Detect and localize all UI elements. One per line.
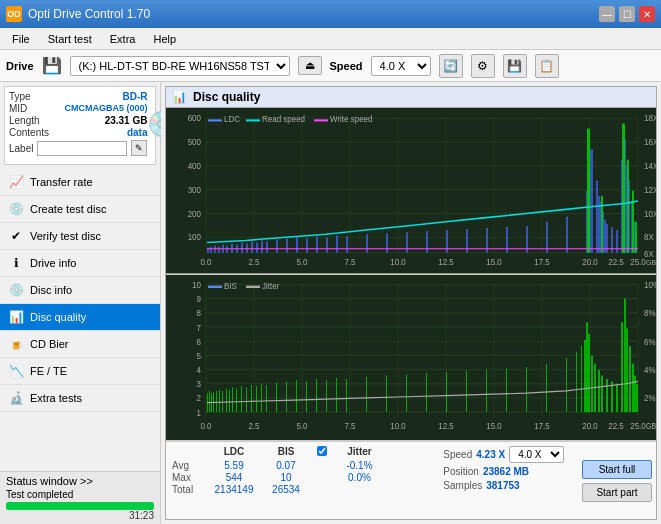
progress-bar-container (6, 502, 154, 510)
sidebar-status[interactable]: Status window >> Test completed 31:23 (0, 471, 160, 524)
nav-cd-bier[interactable]: 🍺 CD Bier (0, 331, 160, 358)
nav-disc-info[interactable]: 💿 Disc info (0, 277, 160, 304)
menu-extra[interactable]: Extra (102, 31, 144, 47)
stats-total-bis: 26534 (260, 484, 312, 495)
svg-rect-68 (426, 231, 428, 253)
nav-disc-quality-label: Disc quality (30, 311, 86, 323)
settings-button[interactable]: ⚙ (471, 54, 495, 78)
disc-label-edit-button[interactable]: ✎ (131, 140, 147, 156)
svg-rect-187 (526, 367, 527, 412)
svg-rect-54 (256, 242, 258, 252)
svg-text:4%: 4% (644, 364, 656, 375)
svg-rect-155 (209, 390, 210, 411)
svg-text:10X: 10X (644, 209, 656, 218)
stats-max-ldc: 544 (208, 472, 260, 483)
svg-text:Read speed: Read speed (262, 115, 305, 124)
svg-rect-53 (251, 241, 253, 252)
stats-total-label: Total (172, 484, 208, 495)
disc-quality-panel: 📊 Disc quality (165, 86, 657, 520)
svg-rect-55 (261, 240, 263, 252)
svg-rect-194 (588, 334, 590, 412)
drive-selector[interactable]: (K:) HL-DT-ST BD-RE WH16NS58 TST4 (70, 56, 290, 76)
maximize-button[interactable]: ☐ (619, 6, 635, 22)
nav-create-test-disc[interactable]: 💿 Create test disc (0, 196, 160, 223)
svg-rect-192 (584, 340, 586, 412)
disc-label-label: Label (9, 143, 33, 154)
svg-text:0.0: 0.0 (200, 420, 211, 431)
disc-contents-label: Contents (9, 127, 49, 138)
info-button[interactable]: 📋 (535, 54, 559, 78)
svg-text:7.5: 7.5 (344, 258, 356, 267)
svg-text:3: 3 (197, 378, 202, 389)
nav-fe-te[interactable]: 📉 FE / TE (0, 358, 160, 385)
speed-selector[interactable]: 4.0 X (371, 56, 431, 76)
svg-text:5.0: 5.0 (296, 420, 307, 431)
menu-file[interactable]: File (4, 31, 38, 47)
save-button[interactable]: 💾 (503, 54, 527, 78)
svg-text:400: 400 (188, 162, 202, 171)
nav-disc-quality[interactable]: 📊 Disc quality (0, 304, 160, 331)
nav-transfer-rate-label: Transfer rate (30, 176, 93, 188)
svg-text:GB: GB (646, 421, 656, 431)
svg-text:18X: 18X (644, 114, 656, 123)
svg-rect-175 (316, 379, 317, 412)
close-button[interactable]: ✕ (639, 6, 655, 22)
stats-header-empty (172, 446, 208, 458)
svg-rect-208 (636, 383, 638, 411)
disc-label-input[interactable] (37, 141, 127, 156)
disc-mid-value: CMCMAGBA5 (000) (64, 103, 147, 114)
svg-rect-104 (314, 119, 328, 121)
svg-rect-46 (218, 247, 220, 253)
stats-avg-row: Avg 5.59 0.07 -0.1% (172, 460, 433, 471)
svg-rect-193 (586, 322, 588, 412)
svg-text:12.5: 12.5 (438, 258, 454, 267)
svg-rect-64 (346, 236, 348, 253)
stats-header-ldc: LDC (208, 446, 260, 458)
svg-rect-205 (629, 345, 631, 411)
samples-stat-value: 381753 (486, 480, 519, 491)
app-title: Opti Drive Control 1.70 (28, 7, 150, 21)
jitter-checkbox[interactable] (317, 446, 327, 456)
jitter-checkbox-cell[interactable] (312, 446, 332, 458)
samples-row: Samples 381753 (443, 480, 574, 491)
eject-button[interactable]: ⏏ (298, 56, 322, 75)
svg-rect-56 (266, 241, 268, 252)
svg-rect-83 (604, 220, 606, 253)
nav-verify-test-disc[interactable]: ✔ Verify test disc (0, 223, 160, 250)
stats-header-bis: BIS (260, 446, 312, 458)
menu-start-test[interactable]: Start test (40, 31, 100, 47)
svg-rect-179 (366, 376, 367, 411)
menu-help[interactable]: Help (145, 31, 184, 47)
nav-extra-tests[interactable]: 🔬 Extra tests (0, 385, 160, 412)
nav-drive-info[interactable]: ℹ Drive info (0, 250, 160, 277)
svg-rect-170 (266, 384, 267, 411)
nav-disc-info-label: Disc info (30, 284, 72, 296)
chart1-svg: 600 500 400 300 200 100 18X 16X 14X 12X … (166, 108, 656, 274)
svg-rect-106 (166, 275, 656, 441)
svg-text:7.5: 7.5 (344, 420, 355, 431)
svg-rect-186 (506, 368, 507, 412)
titlebar-controls: — ☐ ✕ (599, 6, 655, 22)
svg-rect-204 (626, 328, 628, 412)
start-full-button[interactable]: Start full (582, 460, 652, 479)
svg-text:6%: 6% (644, 336, 656, 347)
svg-rect-65 (366, 234, 368, 253)
svg-rect-162 (229, 389, 230, 411)
svg-text:9: 9 (197, 293, 202, 304)
disc-length-value: 23.31 GB (105, 115, 148, 126)
start-part-button[interactable]: Start part (582, 483, 652, 502)
svg-rect-197 (598, 369, 600, 412)
svg-text:300: 300 (188, 186, 202, 195)
speed-stat-dropdown[interactable]: 4.0 X (509, 446, 564, 463)
svg-rect-161 (226, 388, 227, 412)
svg-rect-189 (566, 357, 567, 411)
progress-bar-fill (6, 502, 154, 510)
disc-mid-row: MID CMCMAGBA5 (000) (9, 103, 147, 114)
minimize-button[interactable]: — (599, 6, 615, 22)
svg-text:22.5: 22.5 (608, 258, 624, 267)
nav-transfer-rate[interactable]: 📈 Transfer rate (0, 169, 160, 196)
svg-text:5.0: 5.0 (296, 258, 308, 267)
svg-rect-190 (576, 351, 577, 411)
refresh-button[interactable]: 🔄 (439, 54, 463, 78)
svg-text:25.0: 25.0 (630, 420, 646, 431)
